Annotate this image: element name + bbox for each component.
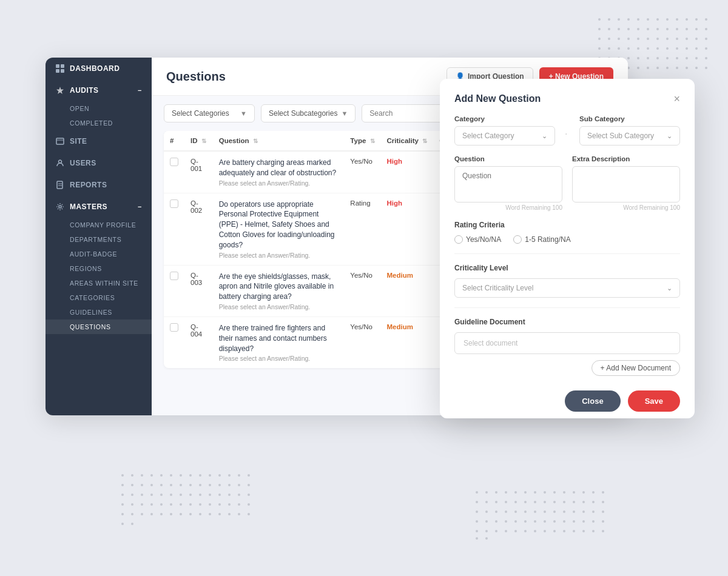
dot-decoration-br bbox=[476, 491, 607, 540]
file-icon bbox=[55, 180, 65, 190]
col-type: Type ⇅ bbox=[344, 131, 380, 151]
row-checkbox[interactable] bbox=[170, 323, 178, 332]
row-checkbox-cell bbox=[164, 265, 184, 316]
user-icon bbox=[55, 158, 65, 168]
save-button[interactable]: Save bbox=[628, 390, 680, 412]
row-type: Yes/No bbox=[344, 151, 380, 193]
audits-submenu: OPEN COMPLETED bbox=[46, 101, 152, 130]
add-question-modal: Add New Question × Category Select Categ… bbox=[440, 79, 695, 418]
col-id: ID ⇅ bbox=[184, 131, 213, 151]
criticality-chevron-icon: ⌄ bbox=[667, 284, 672, 292]
guideline-section: Guideline Document Select document + Add… bbox=[454, 318, 680, 354]
guideline-doc-select[interactable]: Select document bbox=[454, 332, 680, 354]
row-id: Q-001 bbox=[184, 151, 213, 193]
sidebar-masters-label: MASTERS bbox=[70, 203, 107, 211]
masters-chevron: − bbox=[138, 203, 142, 210]
sidebar-item-questions[interactable]: QUESTIONS bbox=[46, 320, 152, 334]
svg-rect-2 bbox=[56, 69, 59, 73]
criticality-select[interactable]: Select Criticality Level ⌄ bbox=[454, 278, 680, 298]
map-icon bbox=[55, 136, 65, 146]
criticality-label: Criticality Level bbox=[454, 264, 680, 272]
row-id: Q-002 bbox=[184, 193, 213, 265]
criticality-section: Criticality Level Select Criticality Lev… bbox=[454, 264, 680, 298]
sidebar-item-guidelines[interactable]: GUIDELINES bbox=[46, 305, 152, 320]
sidebar-item-company-profile[interactable]: COMPANY PROFILE bbox=[46, 218, 152, 232]
gear-icon bbox=[55, 202, 65, 212]
radio-circle-2 bbox=[513, 235, 522, 244]
row-question: Do operators use appropriate Personal Pr… bbox=[213, 193, 345, 265]
svg-rect-0 bbox=[56, 64, 59, 68]
sidebar-item-audit-badge[interactable]: AUDIT-BADGE bbox=[46, 247, 152, 261]
col-question: Question ⇅ bbox=[213, 131, 345, 151]
sidebar-users-label: USERS bbox=[70, 159, 96, 167]
modal-category-select[interactable]: Select Category ⌄ bbox=[454, 126, 555, 146]
row-checkbox[interactable] bbox=[170, 199, 178, 208]
subcategory-filter[interactable]: Select Subcategories ▼ bbox=[261, 104, 356, 122]
extra-desc-input[interactable] bbox=[572, 166, 680, 203]
modal-subcategory-select[interactable]: Select Sub Category ⌄ bbox=[579, 126, 680, 146]
row-checkbox[interactable] bbox=[170, 272, 178, 280]
row-question: Are battery charging areas marked adequa… bbox=[213, 151, 345, 193]
rating-radio-group: Yes/No/NA 1-5 Rating/NA bbox=[454, 235, 680, 244]
sidebar: DASHBOARD AUDITS − OPEN COMPLETED bbox=[46, 58, 152, 415]
modal-header: Add New Question × bbox=[454, 93, 680, 104]
sidebar-item-categories[interactable]: CATEGORIES bbox=[46, 290, 152, 305]
row-criticality: High bbox=[381, 151, 434, 193]
sidebar-item-departments[interactable]: DEPARTMENTS bbox=[46, 232, 152, 247]
sidebar-item-site[interactable]: SITE bbox=[46, 130, 152, 152]
question-word-count: Word Remaining 100 bbox=[454, 204, 562, 211]
category-filter[interactable]: Select Categories ▼ bbox=[164, 104, 255, 122]
extra-desc-label: Extra Description bbox=[572, 155, 680, 162]
masters-submenu: COMPANY PROFILE DEPARTMENTS AUDIT-BADGE … bbox=[46, 218, 152, 334]
row-question: Are the eye shields/glasses, mask, apron… bbox=[213, 265, 345, 316]
category-label: Category bbox=[454, 115, 555, 122]
svg-point-11 bbox=[59, 206, 61, 208]
modal-subcategory-chevron-icon: ⌄ bbox=[667, 132, 672, 140]
grid-icon bbox=[55, 64, 65, 73]
question-row: Question Word Remaining 100 Extra Descri… bbox=[454, 155, 680, 211]
row-type: Yes/No bbox=[344, 265, 380, 316]
row-criticality: Medium bbox=[381, 316, 434, 368]
svg-rect-1 bbox=[61, 64, 64, 68]
row-question: Are there trained fire fighters and thei… bbox=[213, 316, 345, 368]
sidebar-item-audits[interactable]: AUDITS − bbox=[46, 79, 152, 101]
row-checkbox[interactable] bbox=[170, 158, 178, 166]
question-input[interactable] bbox=[454, 166, 562, 203]
svg-rect-3 bbox=[61, 69, 64, 73]
sidebar-audits-label: AUDITS bbox=[70, 86, 99, 95]
modal-divider-2 bbox=[454, 307, 680, 308]
row-checkbox-cell bbox=[164, 151, 184, 193]
guideline-label: Guideline Document bbox=[454, 318, 680, 326]
subcategory-col: Sub Category Select Sub Category ⌄ bbox=[579, 115, 680, 146]
col-criticality: Criticality ⇅ bbox=[381, 131, 434, 151]
add-document-button[interactable]: + Add New Document bbox=[592, 360, 680, 376]
sidebar-item-completed[interactable]: COMPLETED bbox=[46, 116, 152, 130]
category-col: Category Select Category ⌄ bbox=[454, 115, 555, 146]
modal-close-button[interactable]: × bbox=[673, 93, 680, 104]
svg-marker-4 bbox=[56, 87, 64, 94]
rating-label: Rating Criteria bbox=[454, 221, 680, 229]
row-criticality: High bbox=[381, 193, 434, 265]
rating-section: Rating Criteria Yes/No/NA 1-5 Rating/NA bbox=[454, 221, 680, 244]
sidebar-item-masters[interactable]: MASTERS − bbox=[46, 196, 152, 218]
sidebar-item-users[interactable]: USERS bbox=[46, 152, 152, 174]
extra-desc-word-count: Word Remaining 100 bbox=[572, 204, 680, 211]
question-col: Question Word Remaining 100 bbox=[454, 155, 562, 211]
radio-yes-no-na[interactable]: Yes/No/NA bbox=[454, 235, 501, 244]
sidebar-item-open[interactable]: OPEN bbox=[46, 101, 152, 116]
modal-category-chevron-icon: ⌄ bbox=[542, 132, 547, 140]
sidebar-item-dashboard[interactable]: DASHBOARD bbox=[46, 58, 152, 79]
row-type: Yes/No bbox=[344, 316, 380, 368]
svg-rect-8 bbox=[57, 181, 62, 189]
sidebar-item-areas-within-site[interactable]: AREAS WITHIN SITE bbox=[46, 276, 152, 290]
sidebar-item-regions[interactable]: REGIONS bbox=[46, 261, 152, 276]
row-id: Q-003 bbox=[184, 265, 213, 316]
radio-1-5-rating[interactable]: 1-5 Rating/NA bbox=[513, 235, 570, 244]
close-button[interactable]: Close bbox=[565, 390, 620, 412]
subcategory-label: Sub Category bbox=[579, 115, 680, 122]
question-label: Question bbox=[454, 155, 562, 162]
sidebar-item-reports[interactable]: REPORTS bbox=[46, 174, 152, 196]
star-icon bbox=[55, 85, 65, 95]
page-title: Questions bbox=[166, 70, 226, 84]
modal-title: Add New Question bbox=[454, 93, 541, 104]
